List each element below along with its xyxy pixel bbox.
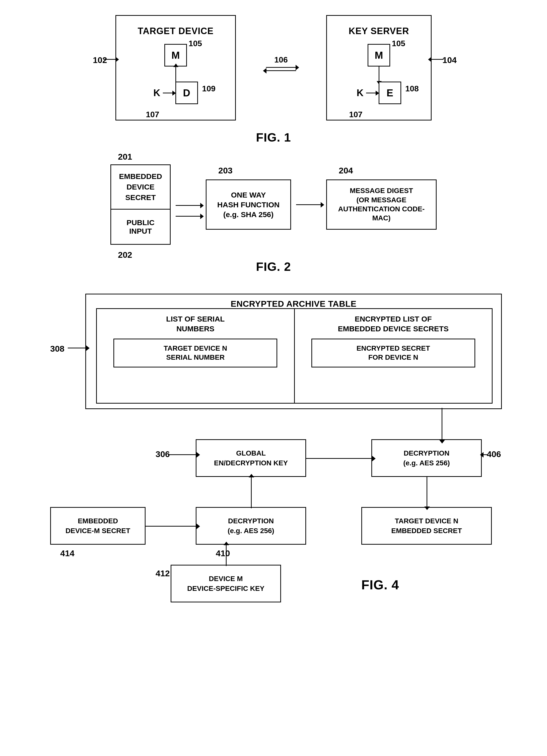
ref-204: 204 <box>339 166 353 175</box>
target-device-title: TARGET DEVICE <box>131 26 220 36</box>
fig2-hash-box: ONE WAY HASH FUNCTION (e.g. SHA 256) <box>206 179 291 230</box>
device-m-key-box: DEVICE M DEVICE-SPECIFIC KEY <box>171 565 281 602</box>
fig1-diagram: 102 TARGET DEVICE M 105 <box>115 15 432 120</box>
fig2-inputs-group: 201 EMBEDDED DEVICE SECRET 202 PUBLIC IN… <box>110 164 171 245</box>
ref-102: 102 <box>93 55 107 65</box>
ref-412-label: 412 <box>156 569 170 578</box>
server-e-box: E <box>379 82 401 104</box>
arrow-hash-to-digest <box>296 204 321 205</box>
ref-105-server: 105 <box>392 39 405 48</box>
k-label-server: K <box>356 88 363 98</box>
fig1-section: 102 TARGET DEVICE M 105 <box>20 15 527 144</box>
arrow-m-to-e <box>379 67 379 82</box>
arrow-secret-to-decryption <box>442 408 442 440</box>
ref-203: 203 <box>218 166 233 175</box>
archive-title: ENCRYPTED ARCHIVE TABLE <box>86 299 501 309</box>
ref-104: 104 <box>442 55 457 65</box>
page: 102 TARGET DEVICE M 105 <box>0 0 547 756</box>
ref-107-target: 107 <box>146 110 159 119</box>
k-to-e-arrow <box>366 93 376 93</box>
serial-numbers-section: LIST OF SERIAL NUMBERS TARGET DEVICE N S… <box>97 309 295 403</box>
arrow1-to-hash <box>176 205 201 206</box>
ref-106: 106 <box>274 55 287 65</box>
key-server-wrapper: 104 KEY SERVER M 105 <box>326 15 432 120</box>
ref-308-arrow <box>68 348 87 348</box>
ref-414-label: 414 <box>60 548 75 558</box>
arrows-to-hash <box>176 193 201 217</box>
ref-105-target: 105 <box>189 39 202 48</box>
encrypted-secret-box: ENCRYPTED SECRET FOR DEVICE N <box>311 339 475 367</box>
target-device-wrapper: 102 TARGET DEVICE M 105 <box>115 15 236 120</box>
ref-306-label: 306 <box>156 449 170 459</box>
k-to-d-arrow <box>163 93 173 93</box>
arrow-decryption-to-global <box>251 477 252 508</box>
decryption-right-box: DECRYPTION (e.g. AES 256) <box>371 439 482 477</box>
ref104-arrow <box>431 59 444 60</box>
ref-202: 202 <box>118 250 132 260</box>
fig2-caption: FIG. 2 <box>256 260 291 274</box>
ref-108: 108 <box>405 84 418 93</box>
decryption-mid-box: DECRYPTION (e.g. AES 256) <box>196 507 306 545</box>
hash-wrapper: 203 ONE WAY HASH FUNCTION (e.g. SHA 256) <box>206 179 291 230</box>
fig2-section: 201 EMBEDDED DEVICE SECRET 202 PUBLIC IN… <box>20 164 527 274</box>
digest-wrapper: 204 MESSAGE DIGEST (OR MESSAGE AUTHENTIC… <box>326 179 437 230</box>
encrypted-list-section: ENCRYPTED LIST OF EMBEDDED DEVICE SECRET… <box>295 309 492 403</box>
ref-406-label: 406 <box>487 449 501 459</box>
arrow-device-key-to-decryption <box>226 545 227 566</box>
serial-numbers-title: LIST OF SERIAL NUMBERS <box>166 314 225 334</box>
ref102-arrow <box>103 59 116 60</box>
k-d-row: K D 109 107 <box>153 82 198 104</box>
arrow-embedded-to-decryption <box>146 526 197 527</box>
target-device-n-box: TARGET DEVICE N SERIAL NUMBER <box>113 339 277 367</box>
key-server-box: KEY SERVER M 105 107 <box>326 15 432 120</box>
fig2-box1: EMBEDDED DEVICE SECRET <box>110 164 171 210</box>
fig4-section: ENCRYPTED ARCHIVE TABLE LIST OF SERIAL N… <box>20 294 527 595</box>
outer-archive-box: ENCRYPTED ARCHIVE TABLE LIST OF SERIAL N… <box>85 294 502 409</box>
connection-area: 106 <box>266 55 296 71</box>
ref-308-label: 308 <box>50 344 65 354</box>
key-server-title: KEY SERVER <box>342 26 416 36</box>
arrow-global-to-decryption <box>306 458 373 459</box>
target-secret-box: TARGET DEVICE N EMBEDDED SECRET <box>361 507 492 545</box>
fig2-diagram: 201 EMBEDDED DEVICE SECRET 202 PUBLIC IN… <box>110 164 437 245</box>
embedded-device-m-box: EMBEDDED DEVICE-M SECRET <box>50 507 146 545</box>
fig4-diagram: ENCRYPTED ARCHIVE TABLE LIST OF SERIAL N… <box>35 294 512 595</box>
ref-201: 201 <box>118 152 132 162</box>
target-device-box: TARGET DEVICE M 105 K <box>115 15 236 120</box>
ref-410-label: 410 <box>216 548 230 558</box>
server-m-box: M <box>367 44 390 67</box>
k-e-row: 107 K E 108 <box>356 82 401 104</box>
target-m-box: M <box>164 44 187 67</box>
arrow-decryption-to-secret <box>426 477 427 507</box>
target-d-box: D <box>175 82 198 104</box>
ref-109: 109 <box>202 84 215 93</box>
fig1-caption: FIG. 1 <box>256 131 291 144</box>
fig4-caption: FIG. 4 <box>361 577 399 592</box>
encrypted-list-title: ENCRYPTED LIST OF EMBEDDED DEVICE SECRET… <box>338 314 449 334</box>
fig2-box2: PUBLIC INPUT <box>110 210 171 245</box>
global-key-box: GLOBAL EN/DECRYPTION KEY <box>196 439 306 477</box>
inner-archive-box: LIST OF SERIAL NUMBERS TARGET DEVICE N S… <box>96 308 493 404</box>
k-label-target: K <box>153 88 160 98</box>
fig2-digest-box: MESSAGE DIGEST (OR MESSAGE AUTHENTICATIO… <box>326 179 437 230</box>
arrow-m-to-d <box>175 67 176 82</box>
ref-107-server: 107 <box>349 110 362 119</box>
arrow2-to-hash <box>176 216 201 217</box>
